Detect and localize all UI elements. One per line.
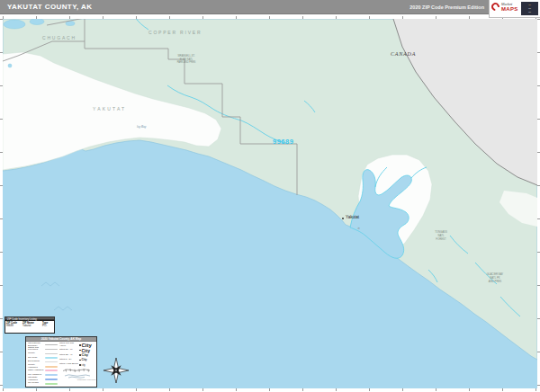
header-bar: YAKUTAT COUNTY, AK 2020 ZIP Code Premium…: [0, 0, 540, 14]
railroads-symbol: [63, 369, 90, 372]
map-sheet: YAKUTAT COUNTY, AK 2020 ZIP Code Premium…: [0, 0, 540, 392]
svg-text:ELIAS NATL: ELIAS NATL: [180, 58, 194, 61]
map-canvas: CHUGACH COPPER RIVER YAKUTAT CANADA 9968…: [3, 19, 537, 388]
line-sample: [45, 357, 58, 359]
label-zip-99689: 99689: [273, 138, 293, 146]
city-dot-icon: [79, 364, 81, 366]
line-sample: [45, 366, 58, 368]
page-title: YAKUTAT COUNTY, AK: [7, 3, 92, 11]
legend-row: Cities 4 and Belowcity: [59, 362, 95, 367]
line-sample: [45, 383, 58, 385]
cell-zip: 99689: [6, 325, 22, 328]
edition-label: 2020 ZIP Code Premium Edition: [410, 4, 484, 10]
legend-box: 2020 Yakutat County, AK Map Internationa…: [25, 336, 97, 388]
line-sample: [45, 361, 58, 362]
svg-text:PARK AND PRES: PARK AND PRES: [177, 60, 196, 64]
city-dot-icon: [79, 354, 81, 356]
line-sample: [45, 349, 58, 350]
line-sample: [45, 353, 58, 354]
marketmaps-logo: Market MAPS ••• ••• •••: [489, 0, 540, 18]
cell-type: P.O.: [42, 325, 51, 328]
label-city-yakutat: Yakutat: [346, 215, 360, 219]
logo-swoosh-icon: [490, 1, 501, 13]
neatline-ticks-bottom: [3, 388, 537, 391]
logo-badge: ••• ••• •••: [521, 2, 538, 15]
label-chugach: CHUGACH: [42, 35, 76, 40]
city-dot-icon: [79, 350, 81, 352]
legend-line-column: International Boundary States and Provin…: [28, 343, 58, 387]
svg-text:AND PRES: AND PRES: [489, 280, 501, 283]
legend-row: States and Provinces: [28, 347, 58, 351]
logo-badge-line: •••: [522, 4, 537, 6]
legend-row: Toll Roads: [28, 382, 58, 386]
svg-text:WRANGELL-ST.: WRANGELL-ST.: [177, 54, 194, 58]
city-sample: City: [79, 358, 87, 361]
logo-badge-line: •••: [522, 7, 537, 10]
legend-row: State Highways: [28, 369, 58, 372]
city-sample: city: [79, 363, 86, 367]
legend-footer: MarketMAPS.com: [59, 379, 95, 381]
line-sample: [45, 379, 58, 381]
table-row: 99689 Yakutat P.O.: [6, 325, 53, 328]
svg-text:FOREST: FOREST: [436, 237, 446, 241]
logo-badge-line: •••: [522, 11, 537, 13]
zip-inventory-body: ZIP Code ZIP Name Type 99689 Yakutat P.O…: [4, 320, 55, 334]
label-canada: CANADA: [391, 51, 416, 57]
zip-inventory-table: ZIP Code Inventory Listing ZIP Code ZIP …: [4, 316, 55, 334]
legend-body: International Boundary States and Provin…: [26, 342, 96, 387]
cell-name: Yakutat: [22, 325, 42, 328]
rivers-symbol: [65, 375, 90, 378]
city-dot-icon: [79, 360, 81, 361]
label-yakutat-borough: YAKUTAT: [93, 106, 126, 111]
logo-brand-bottom: MAPS: [501, 6, 518, 12]
line-sample: [45, 374, 58, 376]
line-sample: [45, 344, 58, 345]
line-sample: [45, 370, 58, 371]
city-dot-icon: [79, 344, 81, 346]
legend-row: County: [28, 352, 58, 355]
legend-symbols: [59, 368, 95, 379]
city-marker-dot: [342, 218, 344, 219]
label-copper-river: COPPER RIVER: [148, 30, 202, 35]
label-icy-bay: Icy Bay: [137, 125, 147, 129]
legend-city-column: Cities 100 and AboveCity Cities 50 - 99C…: [58, 343, 95, 387]
